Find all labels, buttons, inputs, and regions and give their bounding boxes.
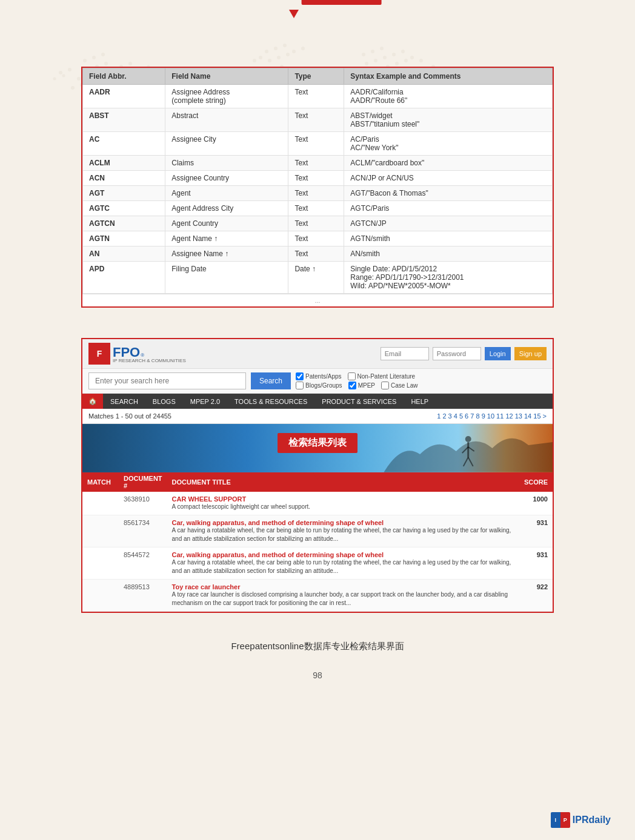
- field-name: Abstract: [165, 108, 288, 132]
- field-type: Text: [288, 171, 344, 186]
- field-abbr: AGTCN: [83, 216, 165, 231]
- fpo-auth-area: Login Sign up: [381, 347, 547, 360]
- result-description: A compact telescopic lightweight car whe…: [172, 503, 514, 511]
- results-col-match: MATCH: [82, 472, 119, 492]
- result-content: Car, walking apparatus, and method of de…: [167, 547, 519, 580]
- field-type: Text: [288, 156, 344, 171]
- field-type: Text: [288, 201, 344, 216]
- table-row: ACN Assignee Country Text ACN/JP or ACN/…: [83, 171, 553, 186]
- field-table-container: Field Abbr. Field Name Type Syntax Examp…: [81, 67, 554, 308]
- fpo-logo-sub: IP RESEARCH & COMMUNITIES: [113, 358, 186, 363]
- pagination-links[interactable]: 1 2 3 4 5 6 7 8 9 10 11 12 13 14 15 >: [437, 412, 547, 420]
- email-input[interactable]: [381, 347, 429, 360]
- checkbox-blogs[interactable]: Blogs/Groups: [296, 382, 342, 389]
- col-header-type: Type: [288, 68, 344, 85]
- field-table: Field Abbr. Field Name Type Syntax Examp…: [82, 68, 553, 294]
- table-row: ACLM Claims Text ACLM/"cardboard box": [83, 156, 553, 171]
- ipr-logo-text: IPRdaily: [573, 815, 611, 825]
- field-syntax: AGTN/smith: [344, 231, 553, 246]
- field-abbr: AGTN: [83, 231, 165, 246]
- result-content: Toy race car launcher A toy race car lau…: [167, 580, 519, 612]
- result-row: 4889513 Toy race car launcher A toy race…: [82, 580, 553, 612]
- field-type: Text: [288, 85, 344, 108]
- result-row: 8544572 Car, walking apparatus, and meth…: [82, 547, 553, 580]
- search-input[interactable]: [88, 372, 246, 389]
- col-header-syntax: Syntax Example and Comments: [344, 68, 553, 85]
- field-syntax: ACN/JP or ACN/US: [344, 171, 553, 186]
- result-score: 931: [519, 515, 553, 547]
- checkbox-mpep[interactable]: MPEP: [348, 382, 375, 389]
- nav-search[interactable]: SEARCH: [103, 394, 145, 409]
- field-syntax: AADR/CaliforniaAADR/"Route 66": [344, 85, 553, 108]
- field-type: Text: [288, 246, 344, 262]
- table-row: AN Assignee Name ↑ Text AN/smith: [83, 246, 553, 262]
- field-abbr: AGT: [83, 186, 165, 201]
- checkbox-patents[interactable]: Patents/Apps: [296, 372, 341, 380]
- nav-help[interactable]: HELP: [404, 394, 436, 409]
- table-row: ABST Abstract Text ABST/widgetABST/"tita…: [83, 108, 553, 132]
- results-table: MATCH DOCUMENT # DOCUMENT TITLE SCORE 36…: [82, 472, 553, 612]
- field-name: Assignee City: [165, 132, 288, 156]
- search-button[interactable]: Search: [251, 372, 291, 389]
- field-abbr: AC: [83, 132, 165, 156]
- checkbox-caselaw[interactable]: Case Law: [381, 382, 417, 389]
- nav-home[interactable]: 🏠: [82, 394, 103, 409]
- table-row: AGT Agent Text AGT/"Bacon & Thomas": [83, 186, 553, 201]
- result-docnum: 8561734: [119, 515, 167, 547]
- password-input[interactable]: [433, 347, 481, 360]
- result-title[interactable]: Toy race car launcher: [172, 583, 514, 590]
- page-caption: Freepatentsonline数据库专业检索结果界面: [231, 641, 404, 652]
- results-col-docnum: DOCUMENT #: [119, 472, 167, 492]
- fpo-website-container: F FPO ® IP RESEARCH & COMMUNITIES Login …: [81, 338, 554, 613]
- field-abbr: ACLM: [83, 156, 165, 171]
- field-type: Text: [288, 231, 344, 246]
- fpo-header: F FPO ® IP RESEARCH & COMMUNITIES Login …: [82, 339, 553, 369]
- field-abbr: AN: [83, 246, 165, 262]
- banner-area: 检索结果列表: [82, 424, 553, 472]
- field-type: Text: [288, 216, 344, 231]
- result-score: 922: [519, 580, 553, 612]
- checkbox-npl[interactable]: Non-Patent Literature: [348, 372, 416, 380]
- field-name: Filing Date: [165, 262, 288, 294]
- field-name: Assignee Address(complete string): [165, 85, 288, 108]
- table-row: AC Assignee City Text AC/ParisAC/"New Yo…: [83, 132, 553, 156]
- result-content: Car, walking apparatus, and method of de…: [167, 515, 519, 547]
- results-callout-label: 检索结果列表: [278, 433, 357, 453]
- result-docnum: 8544572: [119, 547, 167, 580]
- field-syntax: AGT/"Bacon & Thomas": [344, 186, 553, 201]
- field-type: Date ↑: [288, 262, 344, 294]
- pagination[interactable]: 1 2 3 4 5 6 7 8 9 10 11 12 13 14 15 >: [437, 412, 547, 420]
- result-docnum: 3638910: [119, 492, 167, 515]
- table-row: AADR Assignee Address(complete string) T…: [83, 85, 553, 108]
- fpo-logo: F FPO ® IP RESEARCH & COMMUNITIES: [88, 343, 186, 365]
- result-description: A car having a rotatable wheel, the car …: [172, 558, 514, 575]
- result-title[interactable]: CAR WHEEL SUPPORT: [172, 495, 514, 503]
- nav-products[interactable]: PRODUCT & SERVICES: [314, 394, 404, 409]
- ipr-logo: I P IPRdaily: [551, 812, 611, 828]
- table-fade-indicator: ...: [82, 294, 553, 306]
- result-title[interactable]: Car, walking apparatus, and method of de…: [172, 519, 514, 526]
- field-syntax: AGTCN/JP: [344, 216, 553, 231]
- results-callout-arrow: [313, 472, 322, 480]
- result-content: CAR WHEEL SUPPORT A compact telescopic l…: [167, 492, 519, 515]
- signup-button[interactable]: Sign up: [514, 347, 547, 360]
- field-name: Agent Address City: [165, 201, 288, 216]
- field-syntax: Single Date: APD/1/5/2012Range: APD/1/1/…: [344, 262, 553, 294]
- results-col-title: DOCUMENT TITLE: [167, 472, 519, 492]
- nav-blogs[interactable]: BLOGS: [145, 394, 183, 409]
- nav-tools[interactable]: TOOLS & RESOURCES: [227, 394, 314, 409]
- field-abbr: AADR: [83, 85, 165, 108]
- field-name: Assignee Name ↑: [165, 246, 288, 262]
- field-syntax: ACLM/"cardboard box": [344, 156, 553, 171]
- result-title[interactable]: Car, walking apparatus, and method of de…: [172, 551, 514, 558]
- field-syntax: ABST/widgetABST/"titanium steel": [344, 108, 553, 132]
- nav-mpep[interactable]: MPEP 2.0: [183, 394, 227, 409]
- result-match: [82, 547, 119, 580]
- field-name: Agent Country: [165, 216, 288, 231]
- top-callout-arrow: [289, 10, 299, 18]
- field-name: Claims: [165, 156, 288, 171]
- field-abbr: ABST: [83, 108, 165, 132]
- field-abbr: ACN: [83, 171, 165, 186]
- field-abbr: AGTC: [83, 201, 165, 216]
- login-button[interactable]: Login: [485, 347, 511, 360]
